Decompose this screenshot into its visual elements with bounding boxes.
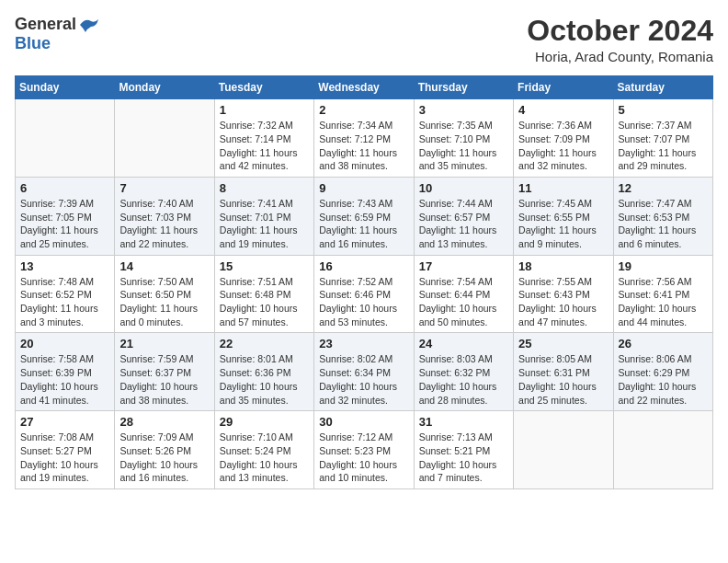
day-number: 3 <box>419 103 508 117</box>
day-info: Sunrise: 7:47 AMSunset: 6:53 PMDaylight:… <box>619 197 708 251</box>
header: General Blue October 2024 Horia, Arad Co… <box>15 15 713 64</box>
column-header-saturday: Saturday <box>613 76 712 99</box>
day-number: 14 <box>119 259 209 273</box>
day-info: Sunrise: 7:59 AMSunset: 6:37 PMDaylight:… <box>119 352 209 407</box>
calendar-cell: 22Sunrise: 8:01 AMSunset: 6:36 PMDayligh… <box>214 333 313 411</box>
calendar-cell: 16Sunrise: 7:52 AMSunset: 6:46 PMDayligh… <box>314 255 414 333</box>
day-info: Sunrise: 7:10 AMSunset: 5:24 PMDaylight:… <box>220 431 309 485</box>
calendar-week-row: 27Sunrise: 7:08 AMSunset: 5:27 PMDayligh… <box>16 411 713 489</box>
day-info: Sunrise: 7:56 AMSunset: 6:41 PMDaylight:… <box>619 275 708 329</box>
logo-general-text: General <box>15 15 76 34</box>
calendar-cell: 6Sunrise: 7:39 AMSunset: 7:05 PMDaylight… <box>16 177 115 255</box>
day-info: Sunrise: 8:06 AMSunset: 6:29 PMDaylight:… <box>619 352 708 407</box>
day-number: 26 <box>619 337 708 350</box>
month-title: October 2024 <box>527 15 713 47</box>
day-number: 31 <box>419 415 508 429</box>
day-info: Sunrise: 8:03 AMSunset: 6:32 PMDaylight:… <box>419 352 508 407</box>
calendar-cell: 4Sunrise: 7:36 AMSunset: 7:09 PMDaylight… <box>514 99 613 178</box>
column-header-wednesday: Wednesday <box>314 76 414 99</box>
page: General Blue October 2024 Horia, Arad Co… <box>0 0 728 563</box>
logo: General Blue <box>15 15 100 53</box>
day-info: Sunrise: 7:12 AMSunset: 5:23 PMDaylight:… <box>319 431 408 485</box>
day-number: 23 <box>319 337 408 350</box>
calendar-cell: 23Sunrise: 8:02 AMSunset: 6:34 PMDayligh… <box>314 333 414 411</box>
day-info: Sunrise: 8:02 AMSunset: 6:34 PMDaylight:… <box>319 352 408 407</box>
calendar-cell: 20Sunrise: 7:58 AMSunset: 6:39 PMDayligh… <box>16 333 115 411</box>
day-number: 12 <box>619 181 708 195</box>
day-number: 17 <box>419 259 508 273</box>
day-number: 4 <box>518 103 608 117</box>
day-info: Sunrise: 7:34 AMSunset: 7:12 PMDaylight:… <box>319 119 408 173</box>
day-number: 20 <box>20 337 109 350</box>
calendar-cell: 14Sunrise: 7:50 AMSunset: 6:50 PMDayligh… <box>115 255 214 333</box>
calendar-cell: 31Sunrise: 7:13 AMSunset: 5:21 PMDayligh… <box>414 411 513 489</box>
logo-blue-text: Blue <box>15 34 51 53</box>
day-number: 21 <box>119 337 209 350</box>
day-info: Sunrise: 7:54 AMSunset: 6:44 PMDaylight:… <box>419 275 508 329</box>
calendar-cell: 1Sunrise: 7:32 AMSunset: 7:14 PMDaylight… <box>214 99 313 178</box>
day-number: 10 <box>419 181 508 195</box>
day-info: Sunrise: 7:50 AMSunset: 6:50 PMDaylight:… <box>119 275 209 329</box>
day-info: Sunrise: 7:51 AMSunset: 6:48 PMDaylight:… <box>220 275 309 329</box>
day-info: Sunrise: 7:40 AMSunset: 7:03 PMDaylight:… <box>119 197 209 251</box>
logo-bird-icon <box>78 16 100 34</box>
calendar-cell <box>16 99 115 178</box>
calendar-cell: 9Sunrise: 7:43 AMSunset: 6:59 PMDaylight… <box>314 177 414 255</box>
calendar-cell: 17Sunrise: 7:54 AMSunset: 6:44 PMDayligh… <box>414 255 513 333</box>
calendar-week-row: 20Sunrise: 7:58 AMSunset: 6:39 PMDayligh… <box>16 333 713 411</box>
calendar-cell: 10Sunrise: 7:44 AMSunset: 6:57 PMDayligh… <box>414 177 513 255</box>
calendar-cell: 18Sunrise: 7:55 AMSunset: 6:43 PMDayligh… <box>514 255 613 333</box>
day-info: Sunrise: 7:52 AMSunset: 6:46 PMDaylight:… <box>319 275 408 329</box>
day-number: 8 <box>220 181 309 195</box>
day-number: 7 <box>119 181 209 195</box>
calendar-cell <box>514 411 613 489</box>
day-number: 11 <box>518 181 608 195</box>
calendar-cell: 26Sunrise: 8:06 AMSunset: 6:29 PMDayligh… <box>613 333 712 411</box>
title-block: October 2024 Horia, Arad County, Romania <box>527 15 713 64</box>
day-number: 18 <box>518 259 608 273</box>
day-info: Sunrise: 7:35 AMSunset: 7:10 PMDaylight:… <box>419 119 508 173</box>
day-number: 1 <box>220 103 309 117</box>
calendar-week-row: 1Sunrise: 7:32 AMSunset: 7:14 PMDaylight… <box>16 99 713 178</box>
calendar-cell: 12Sunrise: 7:47 AMSunset: 6:53 PMDayligh… <box>613 177 712 255</box>
day-number: 16 <box>319 259 408 273</box>
column-header-friday: Friday <box>514 76 613 99</box>
day-number: 28 <box>119 415 209 429</box>
calendar-cell: 2Sunrise: 7:34 AMSunset: 7:12 PMDaylight… <box>314 99 414 178</box>
day-info: Sunrise: 8:01 AMSunset: 6:36 PMDaylight:… <box>220 352 309 407</box>
day-info: Sunrise: 7:32 AMSunset: 7:14 PMDaylight:… <box>220 119 309 173</box>
column-header-thursday: Thursday <box>414 76 513 99</box>
calendar-cell: 25Sunrise: 8:05 AMSunset: 6:31 PMDayligh… <box>514 333 613 411</box>
calendar-cell: 28Sunrise: 7:09 AMSunset: 5:26 PMDayligh… <box>115 411 214 489</box>
day-number: 24 <box>419 337 508 350</box>
calendar-cell: 8Sunrise: 7:41 AMSunset: 7:01 PMDaylight… <box>214 177 313 255</box>
day-info: Sunrise: 7:09 AMSunset: 5:26 PMDaylight:… <box>119 431 209 485</box>
day-info: Sunrise: 7:55 AMSunset: 6:43 PMDaylight:… <box>518 275 608 329</box>
calendar-week-row: 13Sunrise: 7:48 AMSunset: 6:52 PMDayligh… <box>16 255 713 333</box>
location-title: Horia, Arad County, Romania <box>527 49 713 64</box>
calendar-cell: 3Sunrise: 7:35 AMSunset: 7:10 PMDaylight… <box>414 99 513 178</box>
calendar-cell: 30Sunrise: 7:12 AMSunset: 5:23 PMDayligh… <box>314 411 414 489</box>
day-number: 6 <box>20 181 109 195</box>
day-info: Sunrise: 7:36 AMSunset: 7:09 PMDaylight:… <box>518 119 608 173</box>
calendar-cell: 5Sunrise: 7:37 AMSunset: 7:07 PMDaylight… <box>613 99 712 178</box>
day-info: Sunrise: 7:41 AMSunset: 7:01 PMDaylight:… <box>220 197 309 251</box>
column-header-sunday: Sunday <box>16 76 115 99</box>
calendar-cell: 29Sunrise: 7:10 AMSunset: 5:24 PMDayligh… <box>214 411 313 489</box>
day-info: Sunrise: 7:58 AMSunset: 6:39 PMDaylight:… <box>20 352 109 407</box>
day-number: 30 <box>319 415 408 429</box>
column-header-tuesday: Tuesday <box>214 76 313 99</box>
day-number: 22 <box>220 337 309 350</box>
day-number: 9 <box>319 181 408 195</box>
day-info: Sunrise: 7:43 AMSunset: 6:59 PMDaylight:… <box>319 197 408 251</box>
calendar-cell <box>613 411 712 489</box>
calendar-cell: 13Sunrise: 7:48 AMSunset: 6:52 PMDayligh… <box>16 255 115 333</box>
calendar-cell: 19Sunrise: 7:56 AMSunset: 6:41 PMDayligh… <box>613 255 712 333</box>
calendar-table: SundayMondayTuesdayWednesdayThursdayFrid… <box>15 75 713 489</box>
calendar-cell: 15Sunrise: 7:51 AMSunset: 6:48 PMDayligh… <box>214 255 313 333</box>
day-number: 27 <box>20 415 109 429</box>
day-number: 19 <box>619 259 708 273</box>
day-info: Sunrise: 7:08 AMSunset: 5:27 PMDaylight:… <box>20 431 109 485</box>
day-info: Sunrise: 7:37 AMSunset: 7:07 PMDaylight:… <box>619 119 708 173</box>
day-number: 2 <box>319 103 408 117</box>
